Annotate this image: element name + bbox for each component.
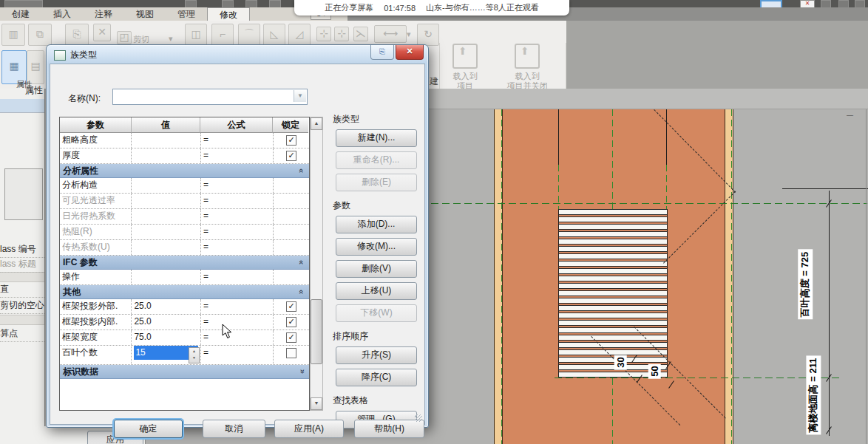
property-row[interactable]: 算点 (0, 327, 44, 342)
button-添加(D)...[interactable]: 添加(D)... (336, 216, 417, 233)
table-scrollbar[interactable]: ▲ ▼ (310, 117, 323, 411)
button-修改(M)...[interactable]: 修改(M)... (336, 238, 417, 256)
param-formula-cell[interactable]: = (201, 330, 274, 345)
param-value-cell[interactable] (132, 240, 200, 255)
resize-grip[interactable] (415, 414, 422, 422)
trim-icon[interactable]: ◿ (288, 24, 311, 46)
param-formula-cell[interactable]: = (201, 194, 274, 208)
delete-icon[interactable]: ✕ (93, 24, 111, 41)
dim-slat-30[interactable]: 30 (614, 355, 627, 369)
param-formula-cell[interactable]: = (201, 209, 274, 224)
offset-icon[interactable]: ⊹ (334, 27, 349, 41)
tab-创建[interactable]: 创建 (0, 7, 41, 21)
scroll-down-icon[interactable]: ▼ (311, 397, 322, 410)
cut-geometry-icon[interactable]: ◰ (117, 31, 132, 44)
param-value-cell[interactable]: 75.0 (132, 330, 200, 345)
param-group-标识数据[interactable]: 标识数据« (60, 365, 309, 379)
reference-plane-louver-top[interactable] (431, 203, 867, 204)
footer-button-应用(A)[interactable]: 应用(A) (274, 420, 345, 438)
footer-button-确定[interactable]: 确定 (114, 420, 183, 438)
chevron-down-icon[interactable]: « (297, 367, 306, 376)
param-formula-cell[interactable]: = (201, 240, 274, 255)
value-spinner[interactable]: ▲▼ (189, 347, 200, 363)
param-formula-cell[interactable]: = (201, 148, 274, 163)
footer-button-帮助(H)[interactable]: 帮助(H) (354, 420, 424, 438)
chevron-up-icon[interactable]: « (297, 166, 306, 175)
param-formula-cell[interactable]: = (201, 133, 274, 148)
lock-checkbox[interactable]: ✓ (286, 332, 296, 343)
frame-strip-right[interactable] (725, 109, 733, 444)
param-value-cell[interactable] (132, 194, 200, 208)
scroll-up-icon[interactable]: ▲ (311, 117, 322, 130)
measure-dropdown-icon[interactable]: ▾ (407, 30, 411, 39)
property-row[interactable]: 直 (0, 282, 44, 298)
tool-icon[interactable]: ◫ (185, 24, 207, 46)
param-formula-cell[interactable]: = (201, 225, 274, 239)
param-formula-cell[interactable]: = (201, 178, 274, 193)
reference-plane-louver-bottom[interactable] (555, 378, 839, 378)
lock-checkbox[interactable]: ✓ (286, 151, 296, 161)
param-value-cell[interactable]: 25.0 (132, 299, 200, 314)
dialog-close-button[interactable]: ✕ (396, 45, 424, 60)
dialog-export-button[interactable]: ⎘ (370, 45, 394, 60)
view-minimize-icon[interactable]: — (847, 112, 853, 119)
param-value-cell[interactable] (132, 133, 200, 148)
tab-注释[interactable]: 注释 (83, 7, 124, 21)
chevron-up-icon[interactable]: « (297, 287, 306, 296)
button-上移(U)[interactable]: 上移(U) (336, 282, 417, 300)
column-header-公式[interactable]: 公式 (200, 117, 273, 133)
scrollbar-thumb[interactable] (311, 299, 322, 364)
split-icon[interactable]: ◺ (263, 24, 285, 46)
lock-checkbox[interactable]: ✓ (286, 301, 296, 312)
tab-修改[interactable]: 修改 (207, 7, 250, 21)
reference-plane-right[interactable] (731, 109, 732, 444)
param-value-cell[interactable] (132, 148, 200, 163)
column-header-锁定[interactable]: 锁定 (273, 117, 308, 133)
type-selector-row[interactable] (0, 99, 44, 113)
column-header-参数[interactable]: 参数 (60, 117, 132, 133)
measure-icon[interactable]: ⟷ (374, 25, 407, 43)
spinner-up-icon[interactable]: ▲ (189, 348, 199, 355)
param-formula-cell[interactable]: = (201, 346, 274, 364)
dim-louver-height[interactable]: 百叶高度 = 725 (798, 250, 813, 320)
property-row[interactable]: 剪切的空心 (0, 298, 44, 314)
lock-checkbox[interactable]: ✓ (286, 135, 296, 146)
button-升序(S)[interactable]: 升序(S) (336, 346, 417, 364)
create-similar-icon[interactable]: ↻ (417, 24, 439, 46)
param-value-cell[interactable]: 15▲▼ (132, 346, 200, 364)
chevron-up-icon[interactable]: « (297, 258, 306, 267)
align-icon[interactable]: ⊹ (316, 27, 331, 41)
spinner-down-icon[interactable]: ▼ (189, 355, 199, 361)
louver-slats[interactable] (558, 209, 668, 378)
tab-插入[interactable]: 插入 (41, 7, 83, 21)
button-删除(E)[interactable]: 删除(E) (336, 174, 417, 191)
param-value-cell[interactable]: 25.0 (132, 315, 200, 329)
lock-checkbox[interactable]: ✓ (286, 317, 296, 327)
footer-button-取消[interactable]: 取消 (203, 420, 265, 438)
join-icon[interactable]: ⌒ (238, 24, 260, 46)
lock-checkbox[interactable] (286, 348, 296, 358)
button-删除(V)[interactable]: 删除(V) (336, 260, 417, 278)
type-name-combobox[interactable]: ▼ (112, 89, 308, 105)
button-降序(C)[interactable]: 降序(C) (336, 369, 417, 386)
mirror-icon[interactable]: ⋋ (353, 27, 368, 41)
param-group-分析属性[interactable]: 分析属性« (60, 164, 309, 178)
property-row[interactable]: lass 编号 (0, 242, 44, 258)
param-group-IFC 参数[interactable]: IFC 参数« (60, 256, 309, 270)
param-formula-cell[interactable]: = (201, 315, 274, 329)
family-types-dialog[interactable]: 族类型 ⎘ ✕ 名称(N): ▼ 参数值公式锁定 粗略高度=✓厚度=✓分析属性«… (46, 44, 429, 428)
param-formula-cell[interactable]: = (201, 270, 274, 284)
dim-spacing-50[interactable]: 50 (648, 363, 661, 378)
drawing-canvas[interactable]: 30 50 百叶高度 = 725 离楼地面高 = 211 — (429, 89, 868, 444)
button-新建(N)...[interactable]: 新建(N)... (336, 129, 417, 147)
reference-plane-left[interactable] (501, 109, 502, 444)
param-value-cell[interactable] (132, 209, 200, 224)
tool-icon[interactable]: ▥ (1, 24, 25, 46)
property-row[interactable]: lass 标题 (0, 257, 44, 273)
chevron-down-icon[interactable]: ▼ (294, 90, 306, 102)
button-下移(W)[interactable]: 下移(W) (336, 304, 417, 322)
cope-icon[interactable]: ⌐ (211, 24, 234, 46)
param-value-cell[interactable] (132, 225, 200, 239)
param-value-cell[interactable] (132, 270, 200, 284)
param-value-cell[interactable] (132, 178, 200, 193)
